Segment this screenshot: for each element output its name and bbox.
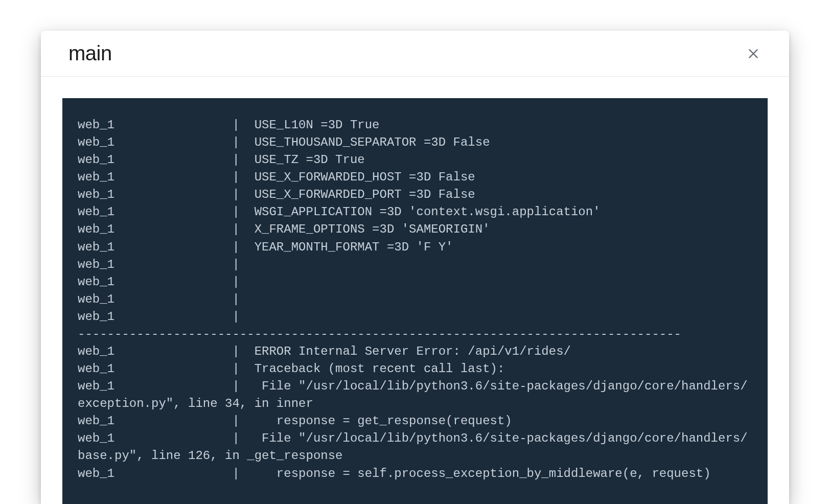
log-window: main web_1 | USE_L10N =3D True web_1 | U… (41, 31, 789, 504)
titlebar: main (41, 31, 789, 77)
close-icon (747, 47, 760, 60)
close-button[interactable] (742, 42, 765, 65)
terminal-output[interactable]: web_1 | USE_L10N =3D True web_1 | USE_TH… (62, 98, 768, 504)
window-title: main (68, 42, 112, 65)
body-area: web_1 | USE_L10N =3D True web_1 | USE_TH… (41, 77, 789, 504)
